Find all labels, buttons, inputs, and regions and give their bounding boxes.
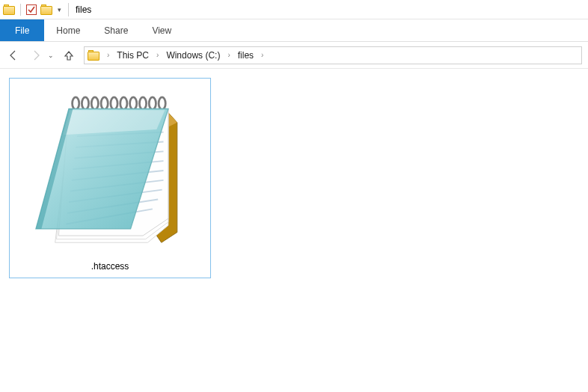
- ribbon-tab-view[interactable]: View: [140, 19, 183, 41]
- svg-point-2: [82, 97, 88, 110]
- chevron-right-icon[interactable]: ›: [153, 51, 162, 59]
- title-separator: [68, 3, 69, 16]
- svg-point-9: [149, 97, 156, 110]
- nav-forward-button[interactable]: [28, 48, 43, 63]
- app-folder-icon: [3, 4, 16, 16]
- chevron-right-icon[interactable]: ›: [104, 51, 112, 59]
- address-bar[interactable]: › This PC › Windows (C:) › files ›: [84, 46, 582, 64]
- navigation-bar: ⌄ › This PC › Windows (C:) › files ›: [0, 42, 588, 69]
- qat-newfolder-icon[interactable]: [40, 4, 54, 16]
- chevron-right-icon[interactable]: ›: [224, 51, 233, 59]
- ribbon-tab-home[interactable]: Home: [44, 19, 92, 41]
- address-folder-icon: [88, 49, 101, 61]
- svg-rect-0: [27, 4, 37, 14]
- ribbon-tab-share-label: Share: [104, 25, 128, 36]
- notepad-icon: [14, 83, 206, 258]
- nav-back-button[interactable]: [6, 48, 21, 63]
- file-item[interactable]: .htaccess: [9, 78, 211, 278]
- title-bar: ▾ files: [0, 0, 588, 19]
- file-name-label: .htaccess: [91, 258, 129, 273]
- ribbon-file-label: File: [15, 25, 29, 36]
- svg-point-10: [159, 97, 165, 110]
- breadcrumb-folder[interactable]: files: [236, 50, 255, 61]
- nav-recent-dropdown[interactable]: ⌄: [48, 52, 54, 59]
- svg-point-7: [130, 97, 137, 110]
- window-title: files: [76, 4, 91, 15]
- breadcrumb-this-pc[interactable]: This PC: [115, 50, 150, 61]
- svg-point-4: [101, 97, 108, 110]
- svg-point-1: [73, 97, 79, 110]
- svg-point-8: [139, 97, 146, 110]
- qat-customize-dropdown[interactable]: ▾: [56, 6, 63, 13]
- ribbon-tabs: File Home Share View: [0, 19, 588, 42]
- nav-up-button[interactable]: [61, 48, 76, 63]
- svg-point-3: [91, 97, 98, 110]
- qat-separator: [20, 4, 21, 16]
- chevron-right-icon[interactable]: ›: [258, 51, 266, 59]
- file-list[interactable]: .htaccess: [0, 69, 588, 287]
- ribbon-file-tab[interactable]: File: [0, 19, 44, 41]
- ribbon-tab-home-label: Home: [56, 25, 80, 36]
- ribbon-tab-share[interactable]: Share: [92, 19, 140, 41]
- breadcrumb-drive[interactable]: Windows (C:): [165, 50, 221, 61]
- ribbon-tab-view-label: View: [152, 25, 171, 36]
- svg-point-5: [111, 97, 117, 110]
- svg-point-6: [120, 97, 127, 110]
- qat-properties-icon[interactable]: [25, 3, 38, 16]
